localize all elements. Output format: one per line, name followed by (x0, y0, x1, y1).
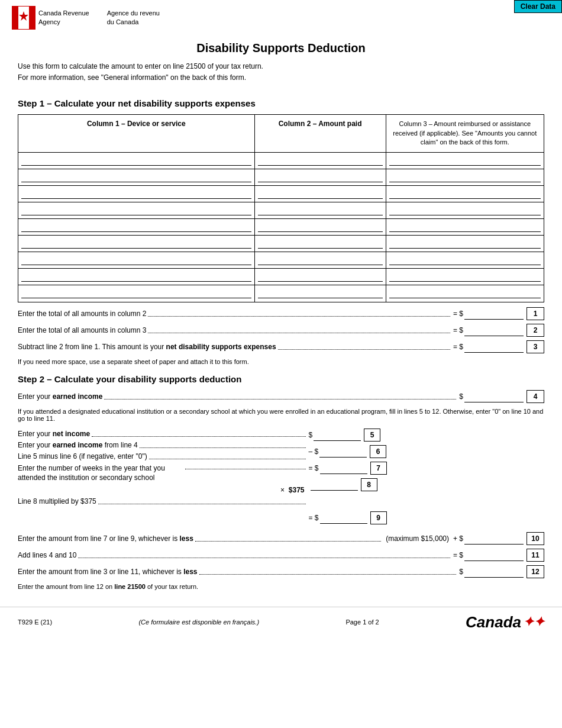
row6-col3-input[interactable] (389, 237, 541, 249)
table-row[interactable] (18, 252, 544, 269)
table-header-row: Column 1 – Device or service Column 2 – … (18, 115, 544, 152)
row5-col3-input[interactable] (389, 220, 541, 232)
line1-number: 1 (527, 307, 544, 320)
line12-number: 12 (527, 565, 544, 578)
canada-logo: Canada ✦✦ (466, 613, 544, 632)
row6-col1-input[interactable] (21, 237, 251, 249)
line7-number: 7 (370, 462, 387, 475)
row5-col2-input[interactable] (258, 220, 383, 232)
line1-dots (148, 311, 450, 317)
line6-number: 6 (370, 445, 386, 458)
left-col: Enter your net income Enter your earned … (18, 427, 308, 526)
line7-row: Line 5 minus line 6 (if negative, enter … (18, 452, 308, 460)
expense-table: Column 1 – Device or service Column 2 – … (18, 114, 544, 302)
table-row[interactable] (18, 153, 544, 169)
line5-input[interactable] (314, 429, 361, 441)
row2-col2-input[interactable] (258, 170, 383, 182)
main-content: Step 1 – Calculate your net disability s… (0, 86, 562, 597)
row9-col1-input[interactable] (21, 286, 251, 298)
table-row[interactable] (18, 219, 544, 236)
line9-dots (98, 498, 306, 504)
row4-col1-input[interactable] (21, 204, 251, 215)
table-row[interactable] (18, 169, 544, 186)
line3-number: 3 (527, 340, 544, 353)
table-row[interactable] (18, 202, 544, 219)
line3-dots (278, 344, 450, 350)
line4-dollar: $ (459, 392, 463, 401)
line11-label: Add lines 4 and 10 (18, 551, 76, 559)
table-row[interactable] (18, 236, 544, 252)
line4-row: Enter your earned income $ 4 (18, 390, 544, 403)
line1-label: Enter the total of all amounts in column… (18, 310, 146, 318)
line5-input-row: $ 5 (308, 429, 545, 442)
row7-col3-input[interactable] (389, 253, 541, 265)
line9-label: Line 8 multiplied by $375 (18, 497, 96, 505)
row8-col1-input[interactable] (21, 270, 251, 282)
line4-input[interactable] (464, 391, 524, 402)
row4-col3-input[interactable] (389, 204, 541, 215)
row1-col2-input[interactable] (258, 154, 383, 166)
row5-col1-input[interactable] (21, 220, 251, 232)
line10-input[interactable] (464, 533, 524, 545)
multiplier-spacer (308, 495, 545, 508)
line11-input[interactable] (464, 549, 524, 561)
col1-header: Column 1 – Device or service (18, 115, 255, 152)
row8-col3-input[interactable] (389, 270, 541, 282)
line6-input[interactable] (319, 446, 367, 458)
line5-dots (92, 431, 305, 437)
line12-input[interactable] (464, 566, 524, 578)
line11-row: Add lines 4 and 10 = $ 11 (18, 549, 544, 562)
line9-input[interactable] (320, 512, 367, 524)
line7-input-row: = $ 7 (308, 462, 545, 475)
row1-col1-input[interactable] (21, 154, 251, 166)
line4-label: Enter your earned income (18, 392, 102, 401)
line10-dots (195, 536, 381, 542)
line3-eq: = $ (453, 343, 463, 351)
french-note: (Ce formulaire est disponible en françai… (138, 619, 259, 626)
intro-section: Use this form to calculate the amount to… (0, 58, 562, 86)
step1-note: If you need more space, use a separate s… (18, 358, 544, 365)
row1-col3-input[interactable] (389, 154, 541, 166)
row9-col3-input[interactable] (389, 286, 541, 298)
line9-row: Line 8 multiplied by $375 (18, 497, 308, 505)
line7-input[interactable] (320, 462, 367, 474)
line9-number: 9 (370, 511, 387, 524)
row6-col2-input[interactable] (258, 237, 383, 249)
row2-col1-input[interactable] (21, 170, 251, 182)
row7-col2-input[interactable] (258, 253, 383, 265)
line3-row: Subtract line 2 from line 1. This amount… (18, 340, 544, 353)
line2-dots (148, 327, 450, 333)
line3-label: Subtract line 2 from line 1. This amount… (18, 343, 276, 351)
multiplier-value: $375 (289, 486, 305, 494)
line10-label: Enter the amount from line 7 or line 9, … (18, 534, 193, 543)
canada-flag-icon (12, 6, 35, 30)
line3-input[interactable] (464, 341, 524, 353)
line10-max: (maximum $15,000) (386, 534, 449, 543)
logo: Canada Revenue Agency (12, 6, 89, 30)
line2-eq: = $ (453, 326, 463, 334)
footer: T929 E (21) (Ce formulaire est disponibl… (0, 607, 562, 637)
row7-col1-input[interactable] (21, 253, 251, 265)
clear-data-button[interactable]: Clear Data (514, 0, 562, 13)
line5-row: Enter your net income (18, 430, 308, 438)
line1-input[interactable] (464, 308, 524, 320)
row2-col3-input[interactable] (389, 170, 541, 182)
row3-col2-input[interactable] (258, 187, 383, 199)
line8-input[interactable] (311, 479, 358, 491)
table-row[interactable] (18, 269, 544, 285)
line6-row: Enter your earned income from line 4 (18, 441, 308, 449)
row4-col2-input[interactable] (258, 204, 383, 215)
line2-label: Enter the total of all amounts in column… (18, 326, 146, 334)
row9-col2-input[interactable] (258, 286, 383, 298)
row3-col3-input[interactable] (389, 187, 541, 199)
line8-label: Enter the number of weeks in the year th… (18, 463, 183, 484)
line11-number: 11 (527, 549, 544, 562)
row8-col2-input[interactable] (258, 270, 383, 282)
line12-label: Enter the amount from line 3 or line 11,… (18, 568, 198, 576)
line8-number: 8 (361, 478, 377, 491)
table-row[interactable] (18, 285, 544, 302)
row3-col1-input[interactable] (21, 187, 251, 199)
line2-input[interactable] (464, 324, 524, 336)
table-row[interactable] (18, 186, 544, 202)
line6-label: Enter your earned income from line 4 (18, 441, 138, 449)
